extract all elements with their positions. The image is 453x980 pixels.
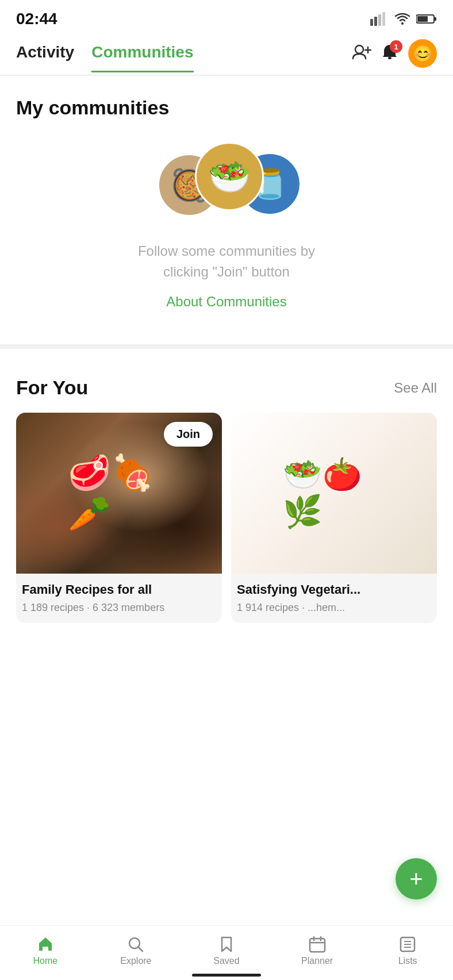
fab-button[interactable]: +: [396, 858, 437, 900]
svg-rect-3: [382, 12, 385, 26]
nav-label-explore: Explore: [120, 956, 151, 966]
card-title-vegetarian: Satisfying Vegetari...: [237, 582, 431, 598]
bookmark-icon: [217, 935, 236, 954]
for-you-section: For You See All Join Family Recipes for …: [0, 360, 453, 623]
see-all-link[interactable]: See All: [394, 380, 437, 396]
nav-label-home: Home: [33, 956, 57, 966]
nav-item-planner[interactable]: Planner: [291, 935, 343, 966]
food-circle-center: [195, 142, 264, 211]
nav-item-saved[interactable]: Saved: [201, 935, 252, 966]
card-image-meat: Join: [16, 413, 222, 574]
bottom-nav: Home Explore Saved Planner Lists: [0, 925, 453, 980]
tab-communities[interactable]: Communities: [91, 43, 193, 72]
nav-label-lists: Lists: [398, 956, 417, 966]
community-card-family[interactable]: Join Family Recipes for all 1 189 recipe…: [16, 413, 222, 623]
lists-icon: [398, 935, 417, 954]
svg-rect-7: [417, 16, 428, 22]
avatar[interactable]: 😊: [408, 39, 437, 68]
for-you-title: For You: [16, 376, 88, 399]
svg-point-4: [401, 22, 404, 25]
calendar-icon: [308, 935, 327, 954]
food-circles-decoration: [158, 142, 295, 222]
bell-badge: 1: [390, 40, 402, 53]
nav-label-planner: Planner: [301, 956, 333, 966]
home-indicator: [192, 974, 261, 977]
battery-icon: [416, 13, 437, 25]
section-divider: [0, 344, 453, 349]
nav-item-explore[interactable]: Explore: [110, 935, 162, 966]
add-person-icon[interactable]: [352, 44, 371, 64]
bell-button[interactable]: 1: [382, 44, 398, 63]
card-title-family: Family Recipes for all: [22, 582, 216, 598]
tab-activity[interactable]: Activity: [16, 43, 74, 71]
community-cards-grid: Join Family Recipes for all 1 189 recipe…: [16, 413, 437, 623]
nav-label-saved: Saved: [213, 956, 239, 966]
svg-point-8: [355, 45, 363, 53]
card-meta-family: 1 189 recipes · 6 323 members: [22, 602, 216, 614]
card-image-salad: [231, 413, 437, 574]
card-info-vegetarian: Satisfying Vegetari... 1 914 recipes · .…: [231, 574, 437, 623]
community-card-vegetarian[interactable]: Satisfying Vegetari... 1 914 recipes · .…: [231, 413, 437, 623]
wifi-icon: [394, 13, 410, 25]
svg-rect-11: [388, 57, 391, 59]
about-communities-link[interactable]: About Communities: [166, 294, 286, 310]
home-icon: [36, 935, 55, 954]
search-icon: [126, 935, 145, 954]
card-info-family: Family Recipes for all 1 189 recipes · 6…: [16, 574, 222, 623]
svg-rect-14: [310, 939, 325, 952]
top-nav: Activity Communities 1 😊: [0, 34, 453, 76]
nav-item-lists[interactable]: Lists: [382, 935, 433, 966]
svg-rect-1: [374, 17, 377, 26]
card-meta-vegetarian: 1 914 recipes · ...hem...: [237, 602, 431, 614]
status-bar: 02:44: [0, 0, 453, 34]
signal-icon: [370, 10, 389, 28]
nav-item-home[interactable]: Home: [20, 935, 71, 966]
svg-rect-6: [434, 17, 436, 21]
for-you-header: For You See All: [16, 376, 437, 399]
svg-line-13: [138, 947, 143, 951]
nav-icons: 1 😊: [352, 39, 437, 75]
my-communities-section: My communities Follow some communities b…: [0, 76, 453, 333]
my-communities-title: My communities: [16, 97, 437, 119]
svg-rect-2: [378, 14, 381, 26]
svg-rect-0: [370, 19, 373, 26]
communities-placeholder: Follow some communities byclicking "Join…: [16, 136, 437, 333]
placeholder-text: Follow some communities byclicking "Join…: [138, 241, 315, 282]
join-button-family[interactable]: Join: [164, 422, 213, 447]
status-icons: [370, 10, 437, 28]
status-time: 02:44: [16, 10, 57, 28]
